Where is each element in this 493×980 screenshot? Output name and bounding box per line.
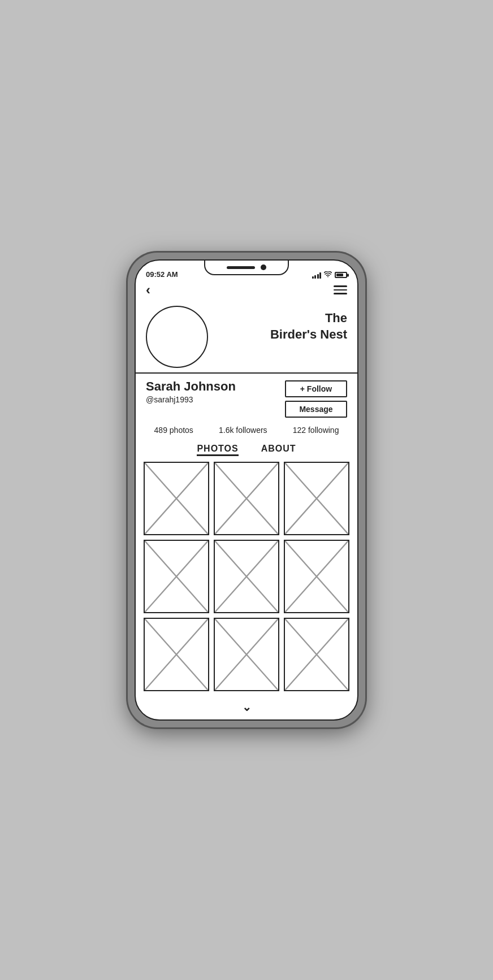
photo-cell-7[interactable] [144, 618, 209, 691]
status-icons [312, 271, 348, 279]
speaker [227, 266, 255, 269]
notch [204, 261, 289, 275]
menu-button[interactable] [334, 285, 347, 294]
wifi-icon [324, 271, 332, 279]
user-name: Sarah Johnson [146, 379, 236, 394]
photo-cell-3[interactable] [284, 462, 349, 535]
status-time: 09:52 AM [146, 270, 178, 279]
menu-icon [334, 293, 347, 294]
menu-icon [334, 285, 347, 287]
tab-about[interactable]: ABOUT [261, 444, 296, 456]
battery-icon [335, 272, 347, 278]
back-button[interactable]: ‹ [146, 283, 150, 297]
top-nav: ‹ [136, 281, 357, 301]
signal-icon [312, 272, 322, 279]
menu-icon [334, 289, 347, 291]
phone-frame: 09:52 AM [128, 253, 365, 727]
photo-cell-6[interactable] [284, 540, 349, 613]
stat-following: 122 following [293, 426, 339, 435]
phone-screen: 09:52 AM [135, 259, 358, 721]
user-text: Sarah Johnson @sarahj1993 [146, 379, 236, 404]
chevron-down-icon[interactable]: ⌄ [136, 697, 357, 719]
message-button[interactable]: Message [285, 401, 347, 418]
app-title: TheBirder's Nest [217, 306, 347, 342]
follow-button[interactable]: + Follow [285, 380, 347, 397]
user-info: Sarah Johnson @sarahj1993 + Follow Messa… [136, 374, 357, 418]
action-buttons: + Follow Message [285, 380, 347, 418]
photo-cell-8[interactable] [214, 618, 279, 691]
photo-cell-1[interactable] [144, 462, 209, 535]
stats-row: 489 photos 1.6k followers 122 following [136, 418, 357, 439]
user-handle: @sarahj1993 [146, 395, 236, 404]
camera [261, 264, 266, 270]
photo-cell-2[interactable] [214, 462, 279, 535]
tab-photos[interactable]: PHOTOS [197, 444, 238, 456]
photo-cell-9[interactable] [284, 618, 349, 691]
tabs: PHOTOS ABOUT [136, 439, 357, 456]
avatar [146, 306, 208, 368]
stat-followers: 1.6k followers [219, 426, 267, 435]
photo-cell-5[interactable] [214, 540, 279, 613]
profile-header: TheBirder's Nest [136, 301, 357, 368]
photo-cell-4[interactable] [144, 540, 209, 613]
stat-photos: 489 photos [154, 426, 193, 435]
photo-grid [136, 456, 357, 697]
